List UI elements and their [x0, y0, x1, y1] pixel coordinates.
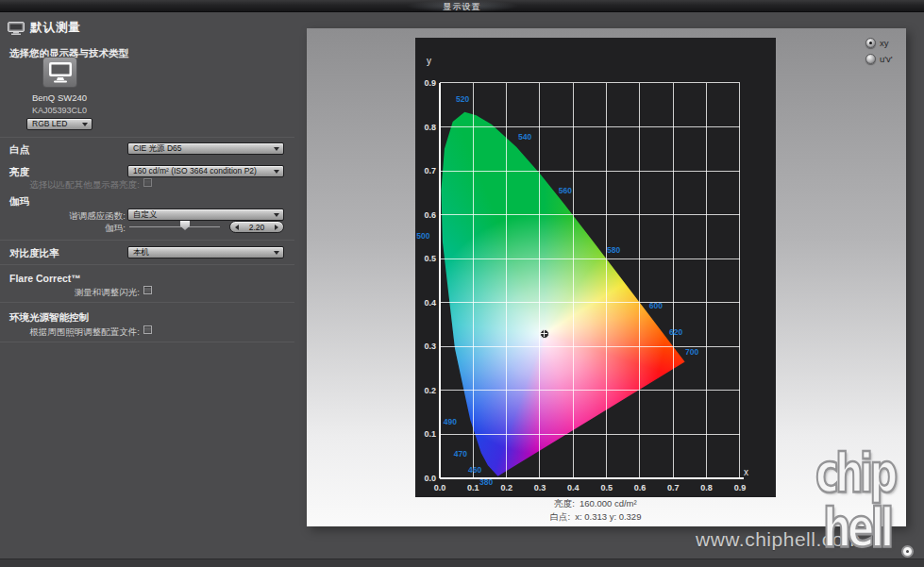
- measure-monitor-icon: [8, 22, 25, 35]
- y-tick-label: 0.7: [415, 166, 436, 175]
- white-point-readout: 白点:x: 0.313 y: 0.329: [415, 511, 776, 524]
- wavelength-label: 500: [415, 231, 434, 241]
- radio-uv-icon[interactable]: [865, 54, 876, 64]
- stepper-decrease-icon[interactable]: [235, 225, 239, 230]
- bottom-strip: [0, 559, 924, 567]
- backlight-dropdown[interactable]: RGB LED: [26, 118, 92, 130]
- x-tick-label: 0.0: [428, 483, 451, 492]
- chiphell-logo: chip hell: [808, 436, 924, 567]
- ambient-option-label: 根据周围照明调整配置文件:: [9, 326, 140, 339]
- x-tick-label: 0.5: [596, 483, 618, 492]
- white-point-readout-label: 白点:: [550, 511, 571, 522]
- y-tick-label: 0.8: [415, 123, 436, 132]
- chromaticity-chart: y x 0.00.10.20.30.40.50.60.70.80.90.00.1…: [415, 38, 776, 497]
- contrast-label: 对比度比率: [9, 247, 59, 260]
- x-tick-label: 0.9: [729, 483, 751, 492]
- wavelength-label: 490: [439, 417, 462, 426]
- y-tick-label: 0.6: [415, 210, 436, 220]
- contrast-dropdown[interactable]: 本机: [127, 246, 284, 258]
- chart-grid: [415, 38, 776, 497]
- ambient-checkbox[interactable]: [143, 325, 152, 334]
- luminance-readout: 亮度:160.000 cd/m²: [415, 498, 776, 510]
- x-tick-label: 0.3: [529, 483, 551, 492]
- gamma-value: 2.20: [249, 223, 265, 232]
- title-bar: 显示设置: [0, 0, 924, 12]
- divider: [0, 137, 294, 138]
- gamma-stepper: 2.20: [229, 221, 284, 233]
- logo-pin-icon: [903, 547, 912, 556]
- gamma-slider-thumb[interactable]: [180, 221, 190, 230]
- wavelength-label: 380: [475, 477, 497, 487]
- radio-xy-icon[interactable]: [865, 38, 876, 48]
- luminance-match-label: 选择以匹配其他显示器亮度:: [9, 179, 140, 192]
- x-tick-label: 0.7: [662, 483, 684, 492]
- wavelength-label: 600: [645, 301, 667, 310]
- luminance-readout-value: 160.000 cd/m²: [580, 498, 637, 509]
- white-point-dropdown[interactable]: CIE 光源 D65: [127, 142, 284, 155]
- wavelength-label: 560: [554, 186, 577, 195]
- mode-xy-label: xy: [880, 38, 889, 48]
- wavelength-label: 540: [513, 132, 536, 142]
- app-window: 显示设置 默认测量 选择您的显示器与技术类型 BenQ SW240 KAJ053…: [0, 0, 924, 567]
- divider: [0, 342, 294, 342]
- gamma-slider-track[interactable]: [129, 226, 220, 227]
- logo-text-hell: hell: [823, 496, 890, 559]
- sidebar-header: 默认测量: [30, 20, 81, 36]
- device-serial: KAJ05393CL0: [11, 106, 108, 115]
- y-tick-label: 0.5: [415, 254, 436, 263]
- y-tick-label: 0.1: [415, 429, 436, 439]
- ambient-section-label: 环境光源智能控制: [9, 311, 89, 325]
- flare-option-label: 测量和调整闪光:: [9, 287, 140, 299]
- white-point-readout-value: x: 0.313 y: 0.329: [575, 511, 641, 522]
- device-name: BenQ SW240: [11, 92, 108, 103]
- logo-text-chip: chip: [815, 442, 894, 504]
- y-tick-label: 0.9: [415, 78, 436, 88]
- wavelength-label: 460: [463, 465, 486, 475]
- y-tick-label: 0.4: [415, 298, 436, 308]
- mode-uv-label: u'v': [880, 54, 893, 64]
- y-tick-label: 0.2: [415, 386, 436, 395]
- mode-option-uv[interactable]: u'v': [865, 54, 893, 64]
- divider: [0, 302, 294, 303]
- white-point-label: 白点: [9, 143, 29, 157]
- luminance-label: 亮度: [9, 166, 29, 179]
- stepper-increase-icon[interactable]: [275, 225, 278, 230]
- tone-curve-label: 谐调感应函数:: [9, 210, 126, 223]
- x-tick-label: 0.6: [629, 483, 651, 492]
- divider: [0, 264, 294, 265]
- x-tick-label: 0.2: [496, 483, 518, 492]
- x-tick-label: 0.4: [562, 483, 584, 492]
- y-tick-label: 0.0: [415, 474, 436, 483]
- tone-curve-dropdown[interactable]: 自定义: [127, 208, 284, 221]
- x-axis-label: x: [744, 467, 748, 477]
- wavelength-label: 700: [680, 347, 703, 357]
- mode-option-xy[interactable]: xy: [865, 38, 889, 48]
- luminance-readout-label: 亮度:: [554, 498, 575, 509]
- luminance-dropdown[interactable]: 160 cd/m² (ISO 3664 condition P2): [127, 165, 284, 177]
- wavelength-label: 470: [449, 449, 472, 459]
- monitor-icon: [48, 61, 73, 84]
- gamma-section-label: 伽玛: [9, 195, 29, 208]
- luminance-match-checkbox[interactable]: [143, 178, 152, 187]
- flare-checkbox[interactable]: [143, 286, 152, 294]
- wavelength-label: 520: [451, 94, 474, 104]
- flare-correct-label: Flare Correct™: [9, 273, 81, 284]
- sidebar: 默认测量 选择您的显示器与技术类型 BenQ SW240 KAJ05393CL0…: [0, 12, 300, 559]
- gamma-value-label: 伽玛:: [9, 223, 126, 235]
- device-tile[interactable]: [42, 57, 77, 88]
- x-tick-label: 0.8: [696, 483, 718, 492]
- wavelength-label: 620: [664, 327, 687, 337]
- wavelength-label: 580: [602, 245, 625, 255]
- y-axis-label: y: [427, 56, 431, 66]
- y-tick-label: 0.3: [415, 342, 436, 351]
- divider: [0, 240, 294, 241]
- white-point-marker: [540, 329, 549, 339]
